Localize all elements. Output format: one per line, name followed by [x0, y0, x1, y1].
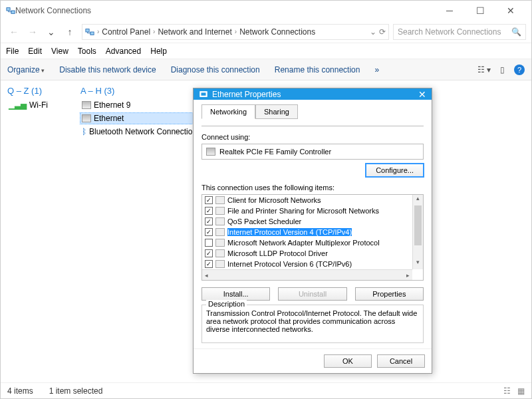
tab-sharing[interactable]: Sharing [255, 104, 298, 119]
cancel-button[interactable]: Cancel [377, 354, 425, 368]
breadcrumb[interactable]: Control Panel [102, 27, 150, 37]
statusbar: 4 items 1 item selected ☷ ▦ [1, 382, 531, 398]
connection-item-ethernet[interactable]: Ethernet [80, 113, 198, 124]
svg-rect-0 [7, 8, 10, 11]
checkbox[interactable]: ✓ [205, 249, 213, 257]
component-icon [215, 207, 225, 215]
breadcrumb[interactable]: Network and Internet [158, 27, 231, 37]
menu-tools[interactable]: Tools [78, 47, 96, 56]
list-item-label: Client for Microsoft Networks [227, 196, 321, 204]
window-title: Network Connections [15, 6, 91, 15]
ethernet-icon [82, 101, 91, 109]
connection-item-ethernet9[interactable]: Ethernet 9 [80, 100, 198, 110]
wifi-icon: ▁▃▅ [9, 100, 27, 110]
svg-rect-5 [201, 92, 206, 95]
scrollbar-thumb[interactable] [414, 205, 422, 245]
list-item-label: Internet Protocol Version 4 (TCP/IPv4) [227, 228, 352, 236]
checkbox[interactable]: ✓ [205, 207, 213, 215]
back-button[interactable]: ← [6, 27, 22, 37]
checkbox[interactable]: ✓ [205, 260, 213, 268]
vertical-scrollbar[interactable]: ▴ ▾ [412, 195, 423, 269]
diagnose-button[interactable]: Diagnose this connection [171, 65, 260, 74]
dialog-title: Ethernet Properties [212, 90, 281, 99]
chevron-right-icon: › [97, 28, 99, 35]
menu-edit[interactable]: Edit [28, 47, 42, 56]
description-label: Description [206, 300, 247, 308]
up-button[interactable]: ↑ [62, 27, 78, 37]
search-placeholder: Search Network Connections [398, 27, 501, 37]
address-dropdown[interactable]: ⌄ [370, 27, 376, 37]
preview-pane-button[interactable]: ▯ [500, 65, 505, 74]
view-options-button[interactable]: ☷ ▾ [477, 65, 491, 74]
item-count: 4 items [7, 386, 33, 396]
refresh-button[interactable]: ⟳ [379, 27, 386, 37]
adapter-name: Realtek PCIe FE Family Controller [219, 148, 331, 156]
horizontal-scrollbar[interactable]: ◂▸ [202, 269, 412, 280]
large-icons-view-icon[interactable]: ▦ [517, 386, 525, 396]
network-icon [85, 27, 94, 37]
ethernet-properties-dialog: Ethernet Properties ✕ Networking Sharing… [193, 88, 432, 374]
connect-using-label: Connect using: [201, 133, 424, 141]
toolbar: Organize Disable this network device Dia… [1, 59, 531, 80]
connection-label: Wi-Fi [29, 100, 48, 110]
list-item[interactable]: Microsoft Network Adapter Multiplexor Pr… [202, 237, 412, 248]
adapter-icon [206, 148, 215, 156]
properties-button[interactable]: Properties [355, 287, 424, 301]
details-view-icon[interactable]: ☷ [503, 386, 511, 396]
minimize-button[interactable]: ─ [434, 1, 465, 21]
configure-button[interactable]: Configure... [366, 164, 424, 177]
close-button[interactable]: ✕ [495, 1, 526, 21]
install-button[interactable]: Install... [201, 287, 270, 301]
address-bar[interactable]: › Control Panel › Network and Internet ›… [82, 24, 389, 40]
group-header[interactable]: A – H (3) [80, 86, 198, 96]
checkbox[interactable]: ✓ [205, 217, 213, 225]
connection-item-wifi[interactable]: ▁▃▅ Wi-Fi [7, 100, 61, 110]
ok-button[interactable]: OK [324, 354, 372, 368]
list-item[interactable]: ✓Client for Microsoft Networks [202, 195, 412, 205]
menu-file[interactable]: File [6, 47, 19, 56]
maximize-button[interactable]: ☐ [465, 1, 495, 21]
connection-item-bluetooth[interactable]: ᛒ Bluetooth Network Connection [80, 126, 198, 137]
connection-items-listbox[interactable]: ✓Client for Microsoft Networks✓File and … [201, 194, 424, 281]
component-icon [215, 217, 225, 225]
checkbox[interactable] [205, 239, 213, 247]
scroll-down-icon[interactable]: ▾ [413, 259, 423, 269]
description-box: Description Transmission Control Protoco… [201, 305, 424, 343]
list-item[interactable]: ✓Internet Protocol Version 4 (TCP/IPv4) [202, 227, 412, 237]
more-commands-button[interactable]: » [374, 65, 379, 74]
list-item[interactable]: ✓Microsoft LLDP Protocol Driver [202, 248, 412, 259]
menu-help[interactable]: Help [150, 47, 167, 56]
list-item[interactable]: ✓QoS Packet Scheduler [202, 216, 412, 227]
checkbox[interactable]: ✓ [205, 196, 213, 204]
disable-device-button[interactable]: Disable this network device [59, 65, 156, 74]
search-input[interactable]: Search Network Connections 🔍 [393, 24, 526, 40]
connection-label: Bluetooth Network Connection [89, 127, 197, 136]
list-item[interactable]: ✓Internet Protocol Version 6 (TCP/IPv6) [202, 259, 412, 269]
list-item-label: File and Printer Sharing for Microsoft N… [227, 207, 379, 215]
forward-button[interactable]: → [25, 27, 41, 37]
ethernet-icon [82, 114, 91, 122]
adapter-field: Realtek PCIe FE Family Controller [201, 144, 424, 160]
breadcrumb[interactable]: Network Connections [239, 27, 315, 37]
tab-networking[interactable]: Networking [201, 104, 255, 119]
menu-advanced[interactable]: Advanced [106, 47, 141, 56]
titlebar: Network Connections ─ ☐ ✕ [1, 1, 531, 21]
organize-button[interactable]: Organize [7, 65, 45, 74]
menubar: File Edit View Tools Advanced Help [1, 43, 531, 59]
chevron-right-icon: › [235, 28, 237, 35]
list-item[interactable]: ✓File and Printer Sharing for Microsoft … [202, 205, 412, 216]
component-icon [215, 249, 225, 257]
menu-view[interactable]: View [51, 47, 68, 56]
help-icon[interactable]: ? [514, 65, 525, 75]
chevron-right-icon: › [153, 28, 155, 35]
group-header[interactable]: Q – Z (1) [7, 86, 61, 96]
checkbox[interactable]: ✓ [205, 228, 213, 236]
navbar: ← → ⌄ ↑ › Control Panel › Network and In… [1, 21, 531, 43]
recent-dropdown[interactable]: ⌄ [43, 27, 59, 37]
rename-button[interactable]: Rename this connection [275, 65, 360, 74]
dialog-titlebar: Ethernet Properties ✕ [194, 88, 432, 100]
scroll-up-icon[interactable]: ▴ [413, 195, 423, 205]
description-text: Transmission Control Protocol/Internet P… [206, 309, 417, 333]
dialog-close-button[interactable]: ✕ [418, 89, 426, 100]
bluetooth-icon: ᛒ [82, 127, 86, 136]
